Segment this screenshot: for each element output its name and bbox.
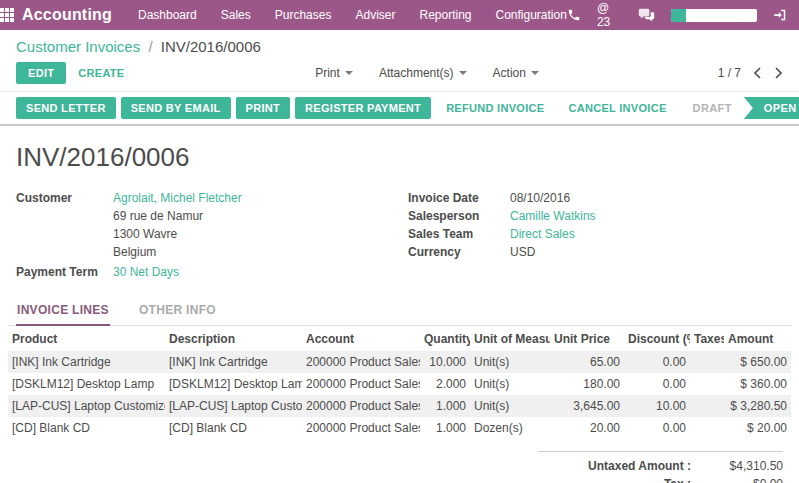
top-navbar: Accounting Dashboard Sales Purchases Adv… <box>0 0 799 30</box>
cell-product: [DSKLM12] Desktop Lamp <box>8 373 165 395</box>
refund-invoice-button[interactable]: REFUND INVOICE <box>436 97 554 119</box>
messages-icon[interactable] <box>638 8 655 22</box>
tab-invoice-lines[interactable]: INVOICE LINES <box>16 297 110 326</box>
cell-quantity: 1.000 <box>420 417 470 439</box>
pager-counter: 1 / 7 <box>718 66 741 80</box>
register-payment-button[interactable]: REGISTER PAYMENT <box>295 97 431 119</box>
cell-amount: $ 3,280.50 <box>724 395 791 417</box>
planner-progressbar[interactable] <box>671 9 757 22</box>
cell-discount: 0.00 <box>624 417 690 439</box>
col-amount: Amount <box>724 326 791 351</box>
sales-team-label: Sales Team <box>408 225 510 243</box>
cell-unit-price: 20.00 <box>550 417 624 439</box>
cell-unit-price: 180.00 <box>550 373 624 395</box>
create-button[interactable]: CREATE <box>66 62 136 84</box>
breadcrumb-current: INV/2016/0006 <box>161 38 261 55</box>
menu-item-configuration[interactable]: Configuration <box>496 8 567 22</box>
notebook-tabs: INVOICE LINES OTHER INFO <box>8 297 791 326</box>
customer-address-line: Belgium <box>113 243 242 261</box>
invoice-date-label: Invoice Date <box>408 189 510 207</box>
apps-menu-button[interactable] <box>0 0 14 30</box>
attachments-dropdown[interactable]: Attachment(s) <box>379 66 467 80</box>
menu-item-purchases[interactable]: Purchases <box>275 8 332 22</box>
cell-amount: $ 650.00 <box>724 351 791 373</box>
breadcrumb-customer-invoices[interactable]: Customer Invoices <box>16 38 140 55</box>
invoice-sheet: INV/2016/0006 Customer Agrolait, Michel … <box>0 126 799 483</box>
col-product: Product <box>8 326 165 351</box>
cell-discount: 10.00 <box>624 395 690 417</box>
cell-discount: 0.00 <box>624 373 690 395</box>
pager-next-button[interactable] <box>774 67 783 79</box>
planner-progress-fill <box>671 9 686 22</box>
customer-address-line: 69 rue de Namur <box>113 207 242 225</box>
shortcuts-icon[interactable] <box>773 8 787 22</box>
state-draft: DRAFT <box>681 97 744 119</box>
print-button[interactable]: PRINT <box>236 97 291 119</box>
chevron-down-icon <box>459 71 467 75</box>
print-dropdown[interactable]: Print <box>315 66 353 80</box>
send-letter-button[interactable]: SEND LETTER <box>16 97 116 119</box>
col-description: Description <box>165 326 302 351</box>
payment-term-label: Payment Term <box>16 263 113 281</box>
tax-value: $0.00 <box>691 477 783 483</box>
state-open-badge: OPEN <box>744 97 799 119</box>
cell-taxes <box>690 373 724 395</box>
cell-account: 200000 Product Sales <box>302 373 420 395</box>
sales-team-link[interactable]: Direct Sales <box>510 225 575 243</box>
customer-label: Customer <box>16 189 113 261</box>
send-by-email-button[interactable]: SEND BY EMAIL <box>121 97 231 119</box>
cell-product: [LAP-CUS] Laptop Customized <box>8 395 165 417</box>
invoice-line-row[interactable]: [CD] Blank CD [CD] Blank CD 200000 Produ… <box>8 417 791 439</box>
cell-product: [INK] Ink Cartridge <box>8 351 165 373</box>
salesperson-link[interactable]: Camille Watkins <box>510 207 596 225</box>
cell-taxes <box>690 395 724 417</box>
chevron-down-icon <box>531 71 539 75</box>
menu-item-reporting[interactable]: Reporting <box>419 8 471 22</box>
app-name[interactable]: Accounting <box>22 6 112 24</box>
totals-panel: Untaxed Amount : $4,310.50 Tax : $0.00 T… <box>538 451 783 483</box>
invoice-line-row[interactable]: [INK] Ink Cartridge [INK] Ink Cartridge … <box>8 351 791 373</box>
cell-account: 200000 Product Sales <box>302 351 420 373</box>
table-header-row: Product Description Account Quantity Uni… <box>8 326 791 351</box>
cell-taxes <box>690 351 724 373</box>
col-unit-price: Unit Price <box>550 326 624 351</box>
menu-item-adviser[interactable]: Adviser <box>355 8 395 22</box>
chevron-down-icon <box>345 71 353 75</box>
customer-link[interactable]: Agrolait, Michel Fletcher <box>113 191 242 205</box>
cancel-invoice-button[interactable]: CANCEL INVOICE <box>558 97 676 119</box>
tab-other-info[interactable]: OTHER INFO <box>138 297 217 325</box>
action-dropdowns: Print Attachment(s) Action <box>136 66 717 80</box>
breadcrumb: Customer Invoices / INV/2016/0006 <box>0 30 799 57</box>
col-unit-of-measure: Unit of Measure <box>470 326 550 351</box>
invoice-line-row[interactable]: [LAP-CUS] Laptop Customized [LAP-CUS] La… <box>8 395 791 417</box>
invoice-date-value: 08/10/2016 <box>510 189 570 207</box>
invoice-lines-table: Product Description Account Quantity Uni… <box>8 326 791 439</box>
customer-address-line: 1300 Wavre <box>113 225 242 243</box>
menu-item-dashboard[interactable]: Dashboard <box>138 8 197 22</box>
cell-amount: $ 360.00 <box>724 373 791 395</box>
menu-item-sales[interactable]: Sales <box>221 8 251 22</box>
invoice-line-row[interactable]: [DSKLM12] Desktop Lamp [DSKLM12] Desktop… <box>8 373 791 395</box>
cell-uom: Unit(s) <box>470 373 550 395</box>
pager-previous-button[interactable] <box>753 67 762 79</box>
edit-button[interactable]: EDIT <box>16 62 66 84</box>
control-panel: EDIT CREATE Print Attachment(s) Action 1… <box>0 57 799 91</box>
action-dropdown[interactable]: Action <box>493 66 539 80</box>
col-taxes: Taxes <box>690 326 724 351</box>
cell-unit-price: 65.00 <box>550 351 624 373</box>
cell-discount: 0.00 <box>624 351 690 373</box>
statusbar: SEND LETTER SEND BY EMAIL PRINT REGISTER… <box>0 91 799 126</box>
cell-quantity: 1.000 <box>420 395 470 417</box>
cell-description: [DSKLM12] Desktop Lamp <box>165 373 302 395</box>
untaxed-amount-value: $4,310.50 <box>691 459 783 473</box>
col-account: Account <box>302 326 420 351</box>
payment-term-link[interactable]: 30 Net Days <box>113 263 179 281</box>
cell-quantity: 2.000 <box>420 373 470 395</box>
mention-counter[interactable]: @ 23 <box>597 1 622 29</box>
main-menu: Dashboard Sales Purchases Adviser Report… <box>138 8 567 22</box>
phone-icon[interactable] <box>567 8 581 22</box>
breadcrumb-separator: / <box>148 38 152 55</box>
cell-unit-price: 3,645.00 <box>550 395 624 417</box>
cell-description: [CD] Blank CD <box>165 417 302 439</box>
currency-value: USD <box>510 243 535 261</box>
